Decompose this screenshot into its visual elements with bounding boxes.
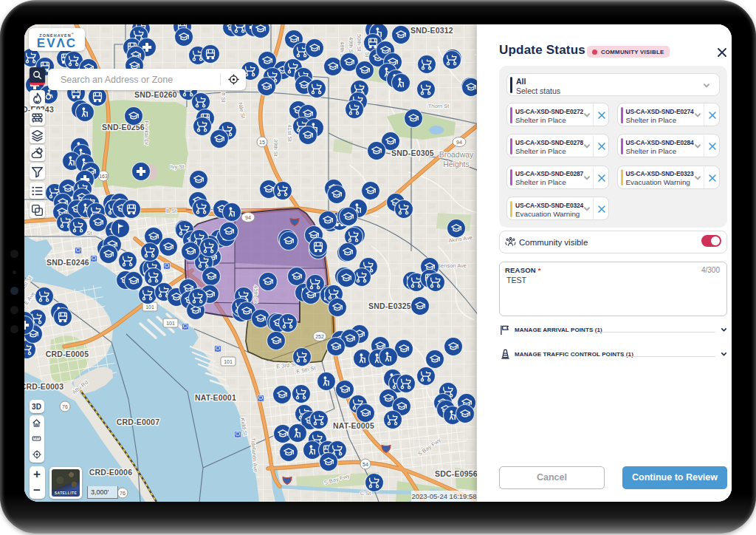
locate-icon[interactable] [227,73,240,86]
view-3d-button[interactable]: 3D [30,400,44,413]
map-marker-st[interactable] [427,273,445,292]
zone-chip-remove-icon[interactable] [597,111,606,120]
map-marker-st[interactable] [384,411,402,429]
zone-chip-remove-icon[interactable] [708,174,717,183]
map-marker-st[interactable] [365,474,384,492]
transit-station-icon[interactable] [258,395,264,402]
map-marker-cap[interactable] [258,78,276,96]
map-marker-st[interactable] [200,239,219,257]
map-marker-cap[interactable] [411,297,430,316]
zoom-out-button[interactable]: − [33,487,41,494]
zone-chip[interactable]: US-CA-XSD-SND-E0324 Evacuation Warning [506,197,609,220]
map-marker-cap[interactable] [190,171,208,189]
map-marker-cap[interactable] [100,245,118,264]
map-marker-cap[interactable] [340,208,358,226]
map-marker-cap[interactable] [125,272,143,290]
search-bar[interactable]: Search an Address or Zone [48,69,246,90]
map-marker-pn[interactable] [223,203,241,222]
map-marker-cap[interactable] [299,126,317,145]
map-marker-cap[interactable] [327,338,346,356]
map-marker-cap[interactable] [456,405,475,423]
zone-chip[interactable]: US-CA-XSD-SND-E0274 Shelter in Place [617,103,720,126]
reason-field[interactable]: REASON * 4/300 TEST [499,262,727,316]
zone-chip[interactable]: US-CA-XSD-SND-E0272 Shelter in Place [506,103,609,126]
map-marker-cap[interactable] [405,109,423,128]
community-visible-toggle[interactable] [701,235,721,247]
map-marker-cap[interactable] [280,232,298,251]
map-marker-st[interactable] [119,252,137,270]
map-marker-bus[interactable] [202,45,220,64]
transit-station-icon[interactable] [182,324,189,330]
map-marker-cap[interactable] [444,338,463,356]
map-marker-st[interactable] [293,348,312,367]
sidebar-tool-incidents[interactable] [30,90,45,106]
map-marker-st[interactable] [69,218,88,236]
map-marker-st[interactable] [139,286,157,304]
map-marker-cap[interactable] [324,58,343,76]
transit-station-icon[interactable] [235,432,241,438]
map-marker-cap[interactable] [357,404,375,423]
sidebar-tool-roadblocks[interactable] [30,109,45,126]
continue-to-review-button[interactable]: Continue to Review [622,466,727,489]
zoom-in-button[interactable]: + [33,471,41,478]
map-marker-st[interactable] [310,411,329,429]
map-marker-st[interactable] [346,100,364,119]
map-marker-st[interactable] [418,55,436,74]
map-marker-cap[interactable] [125,107,143,126]
map-marker-cap[interactable] [320,453,338,471]
map-marker-st[interactable] [193,200,211,218]
sidebar-tool-filter[interactable] [30,163,45,180]
transit-station-icon[interactable] [75,248,82,254]
zone-chip-remove-icon[interactable] [597,142,606,151]
map-marker-cap[interactable] [220,222,238,241]
map-marker-pn[interactable] [379,348,398,367]
gps-locate-icon[interactable] [32,449,42,460]
map-marker-st[interactable] [417,367,436,386]
sidebar-tool-compare[interactable] [30,202,45,218]
map-marker-bus[interactable] [123,200,141,219]
map-marker-cap[interactable] [202,268,221,286]
map-marker-st[interactable] [417,81,436,99]
map-marker-st[interactable] [395,200,413,219]
map-marker-cap[interactable] [280,443,298,462]
map-marker-cap[interactable] [89,214,108,232]
map-marker-cap[interactable] [210,130,229,149]
map-marker-cap[interactable] [368,142,386,160]
zone-chip-remove-icon[interactable] [597,205,606,214]
map-marker-cap[interactable] [337,269,356,287]
status-select[interactable]: All Select status [506,73,720,96]
zone-chip[interactable]: US-CA-XSD-SND-E0278 Shelter in Place [506,134,609,157]
transit-station-icon[interactable] [164,263,171,270]
map-marker-st[interactable] [192,93,210,112]
map-marker-cap[interactable] [159,238,178,256]
map-marker-plus[interactable] [132,163,151,181]
search-tool-active[interactable] [30,67,45,85]
map-marker-flag[interactable] [111,219,130,238]
map-marker-pn[interactable] [76,103,94,122]
sidebar-tool-layers[interactable] [30,127,45,143]
map-marker-cap[interactable] [426,350,444,369]
map-marker-cap[interactable] [267,332,286,350]
map-marker-cap[interactable] [273,386,292,404]
map-marker-st[interactable] [141,243,159,262]
zone-chip[interactable]: US-CA-XSD-SND-E0323 Evacuation Warning [617,166,720,189]
manage-traffic-control-points-section[interactable]: MANAGE TRAFFIC CONTROL POINTS (1) [499,348,727,363]
map-marker-cap[interactable] [259,273,278,291]
map-marker-pn[interactable] [317,372,336,391]
map-marker-cap[interactable] [329,299,347,317]
map-marker-cap[interactable] [288,268,306,286]
map-marker-st[interactable] [189,289,207,307]
map-marker-cap[interactable] [362,182,380,200]
map-marker-cap[interactable] [182,242,200,261]
map-marker-cap[interactable] [328,185,346,204]
map-marker-bus[interactable] [309,238,328,256]
map-marker-cap[interactable] [252,24,270,38]
map-marker-st[interactable] [308,80,326,98]
zone-chip-remove-icon[interactable] [708,142,717,151]
search-input[interactable]: Search an Address or Zone [61,75,220,85]
map-marker-st[interactable] [292,385,311,403]
transit-station-icon[interactable] [91,256,97,262]
map-marker-cap[interactable] [306,39,324,58]
map-marker-cap[interactable] [447,219,466,238]
map-marker-cap[interactable] [392,26,410,44]
